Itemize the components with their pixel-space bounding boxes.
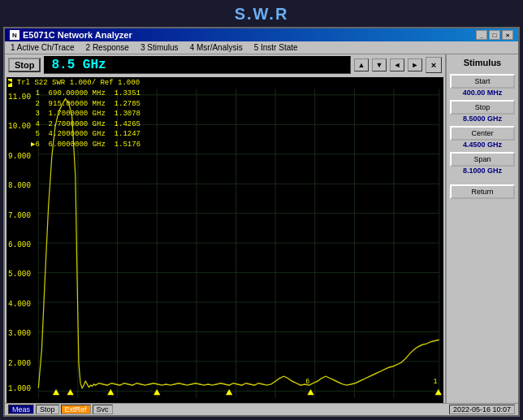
return-block: Return [448,184,517,199]
freq-down-button[interactable]: ▼ [372,58,387,71]
svg-text:1.000: 1.000 [8,384,31,394]
svg-text:7.000: 7.000 [8,210,31,220]
freq-left-button[interactable]: ◄ [390,58,404,71]
controls-bar: Stop 8.5 GHz ▲ ▼ ◄ ► × [5,54,445,76]
minimize-button[interactable]: _ [476,30,487,40]
window-title: E5071C Network Analyzer [23,30,132,40]
frequency-display: 8.5 GHz [44,56,351,74]
marker-row-1: 1 690.00000 MHz 1.3351 [31,89,140,99]
marker-table: 1 690.00000 MHz 1.3351 2 915.00000 MHz 1… [31,89,140,150]
stop-status: Stop [36,405,59,414]
marker-row-4: 4 2.7000000 GHz 1.4265 [31,119,140,130]
svg-text:10.00: 10.00 [8,122,31,132]
menu-response[interactable]: 2 Response [84,42,132,53]
marker-row-2: 2 915.00000 MHz 1.2785 [31,99,140,110]
span-block: Span 8.1000 GHz [448,152,517,175]
close-button[interactable]: × [502,30,513,40]
freq-right-button[interactable]: ► [408,58,422,71]
span-button[interactable]: Span [450,152,515,167]
svg-text:9.000: 9.000 [8,151,31,161]
stop-value: 8.5000 GHz [463,115,502,123]
trace-active-indicator: ► [8,79,12,87]
title-bar-left: N E5071C Network Analyzer [10,30,132,40]
menu-bar: 1 Active Ch/Trace 2 Response 3 Stimulus … [5,41,518,54]
maximize-button[interactable]: □ [489,30,500,40]
svg-text:1: 1 [434,376,438,386]
stop-button[interactable]: Stop [8,58,41,72]
center-block: Center 4.4500 GHz [448,126,517,149]
start-value: 400.00 MHz [463,89,503,97]
page-title: S.W.R [235,5,289,23]
return-button[interactable]: Return [450,184,515,199]
svg-text:8.000: 8.000 [8,180,31,190]
marker-row-6: ▶6 6.0000000 GHz 1.5176 [31,140,140,150]
chart-container: ► Trl S22 SWR 1.000/ Ref 1.000 1 690.000… [6,77,443,403]
svg-text:4.000: 4.000 [8,299,31,309]
analyzer-window: N E5071C Network Analyzer _ □ × 1 Active… [3,27,520,417]
menu-active-ch[interactable]: 1 Active Ch/Trace [8,42,77,53]
svg-text:6.000: 6.000 [8,240,31,249]
svg-text:2.000: 2.000 [8,358,31,368]
start-button[interactable]: Start [450,74,515,89]
datetime-status: 2022-05-16 10:07 [449,405,515,414]
extref-status: ExtRef [61,405,91,414]
marker-row-5: 5 4.2000000 GHz 1.1247 [31,129,140,140]
close-x-button[interactable]: × [426,57,442,73]
freq-up-button[interactable]: ▲ [354,58,369,71]
main-content: Stop 8.5 GHz ▲ ▼ ◄ ► × ► Trl S22 SWR 1.0… [5,54,518,403]
meas-status[interactable]: Meas [8,405,34,414]
trace-label: ► Trl S22 SWR 1.000/ Ref 1.000 [8,79,140,87]
title-bar-buttons: _ □ × [476,30,513,40]
svg-text:5.000: 5.000 [8,270,31,279]
stop-block: Stop 8.5000 GHz [448,100,517,123]
svg-text:3.000: 3.000 [8,329,31,339]
marker-row-3: 3 1.7000000 GHz 1.3078 [31,109,140,119]
title-bar: N E5071C Network Analyzer _ □ × [5,28,518,41]
trace-id: Trl [17,79,30,87]
span-value: 8.1000 GHz [463,167,502,175]
stimulus-title: Stimulus [464,58,501,67]
stimulus-panel: Stimulus Start 400.00 MHz Stop 8.5000 GH… [445,54,518,403]
app-status-bar: Meas Stop ExtRef Svc 2022-05-16 10:07 [5,403,518,415]
svc-status: Svc [93,405,113,414]
page-title-bar: S.W.R [0,0,523,27]
start-block: Start 400.00 MHz [448,74,517,97]
menu-instr-state[interactable]: 5 Instr State [252,42,300,53]
center-button[interactable]: Center [450,126,515,141]
svg-text:11.00: 11.00 [8,92,31,102]
stim-stop-button[interactable]: Stop [450,100,515,115]
svg-text:6: 6 [305,376,309,386]
center-value: 4.4500 GHz [463,141,502,149]
menu-msr-analysis[interactable]: 4 Msr/Analysis [188,42,245,53]
left-panel: Stop 8.5 GHz ▲ ▼ ◄ ► × ► Trl S22 SWR 1.0… [5,54,445,403]
trace-info: S22 SWR 1.000/ Ref 1.000 [34,79,140,87]
menu-stimulus[interactable]: 3 Stimulus [138,42,181,53]
app-icon: N [10,30,19,40]
